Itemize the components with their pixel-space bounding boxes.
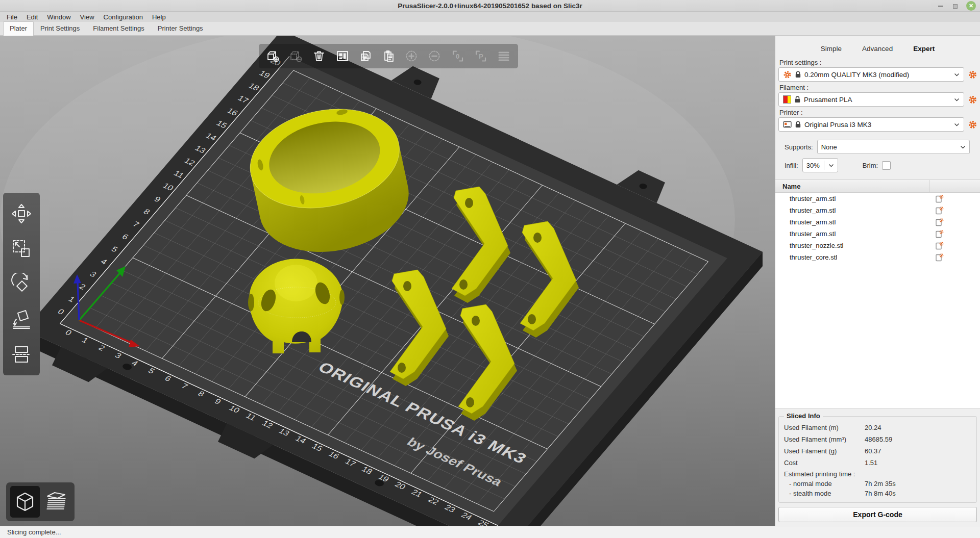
object-list-name-header: Name <box>775 180 929 192</box>
filament-label: Filament : <box>779 84 976 91</box>
menu-help[interactable]: Help <box>148 12 170 22</box>
delete-icon[interactable] <box>286 46 306 66</box>
chevron-down-icon <box>954 123 960 126</box>
scene-canvas[interactable]: 0123456789101112131415161718192021222324… <box>0 36 775 526</box>
normal-mode-value: 7h 2m 35s <box>865 480 896 488</box>
rotate-icon[interactable] <box>7 269 36 299</box>
lock-icon <box>795 71 801 78</box>
filament-color-swatch <box>783 95 791 104</box>
object-list: Name thruster_arm.stl thruster_arm.stl t… <box>775 180 980 409</box>
sliced-info-value: 48685.59 <box>865 435 892 443</box>
tab-bar: Plater Print Settings Filament Settings … <box>0 22 980 36</box>
object-row[interactable]: thruster_nozzle.stl <box>775 240 980 251</box>
3d-view-icon[interactable] <box>10 486 40 518</box>
filament-value: Prusament PLA <box>804 96 950 104</box>
scale-icon[interactable] <box>7 234 36 264</box>
sliced-info-label: Used Filament (m) <box>784 424 865 431</box>
layers-view-icon[interactable] <box>41 486 71 518</box>
menu-configuration[interactable]: Configuration <box>99 12 148 22</box>
svg-text:0: 0 <box>456 53 459 60</box>
infill-label: Infill: <box>778 162 802 169</box>
object-name: thruster_arm.stl <box>775 195 929 202</box>
window-controls: ✕ <box>938 0 976 12</box>
minimize-icon[interactable] <box>938 3 944 9</box>
add-icon[interactable] <box>263 46 283 66</box>
menu-view[interactable]: View <box>76 12 99 22</box>
layers-editing-icon[interactable] <box>494 46 514 66</box>
printer-label: Printer : <box>779 109 976 116</box>
supports-label: Supports: <box>778 143 817 151</box>
object-row[interactable]: thruster_arm.stl <box>775 193 980 204</box>
mode-tab-advanced[interactable]: Advanced <box>862 45 893 53</box>
object-settings-icon[interactable] <box>929 229 950 238</box>
printer-gear-button[interactable] <box>968 120 977 129</box>
sliced-info-label: Cost <box>784 459 865 467</box>
split-to-parts-icon[interactable]: P <box>471 46 491 66</box>
object-row[interactable]: thruster_arm.stl <box>775 204 980 216</box>
tab-printer-settings[interactable]: Printer Settings <box>151 21 210 35</box>
object-name: thruster_nozzle.stl <box>775 242 929 249</box>
side-panel: Simple Advanced Expert Print settings : … <box>775 36 980 526</box>
chevron-down-icon <box>828 164 834 167</box>
arrange-icon[interactable] <box>332 46 353 66</box>
chevron-down-icon <box>960 145 966 149</box>
printer-icon <box>783 121 792 129</box>
gizmo-toolbar <box>3 193 40 375</box>
status-text: Slicing complete... <box>7 528 61 536</box>
prusaslicer-window: PrusaSlicer-2.0.0+linux64-201905201652 b… <box>0 0 980 538</box>
print-settings-combo[interactable]: 0.20mm QUALITY MK3 (modified) <box>778 67 964 82</box>
export-gcode-button[interactable]: Export G-code <box>778 507 977 522</box>
print-settings-label: Print settings : <box>779 59 976 66</box>
tab-filament-settings[interactable]: Filament Settings <box>86 21 151 35</box>
print-settings-gear-button[interactable] <box>968 70 977 79</box>
window-title: PrusaSlicer-2.0.0+linux64-201905201652 b… <box>0 2 980 10</box>
mode-tab-expert[interactable]: Expert <box>913 45 935 53</box>
object-row[interactable]: thruster_arm.stl <box>775 228 980 240</box>
supports-combo[interactable]: None <box>817 140 970 154</box>
object-settings-icon[interactable] <box>929 206 950 215</box>
view-switch <box>6 482 75 521</box>
close-icon[interactable]: ✕ <box>966 1 976 11</box>
place-on-face-icon[interactable] <box>7 304 36 334</box>
menu-window[interactable]: Window <box>42 12 75 22</box>
maximize-icon[interactable] <box>952 3 958 9</box>
add-instance-icon[interactable] <box>401 46 422 66</box>
split-to-objects-icon[interactable]: 0 <box>448 46 468 66</box>
sliced-info-value: 60.37 <box>865 447 881 455</box>
object-row[interactable]: thruster_arm.stl <box>775 216 980 228</box>
3d-viewport[interactable]: 0123456789101112131415161718192021222324… <box>0 36 775 526</box>
object-name: thruster_arm.stl <box>775 207 929 214</box>
filament-combo[interactable]: Prusament PLA <box>778 92 964 107</box>
sliced-info-label: Used Filament (g) <box>784 447 865 455</box>
status-bar: Slicing complete... <box>0 526 980 538</box>
cut-icon[interactable] <box>7 340 36 369</box>
menu-edit[interactable]: Edit <box>22 12 42 22</box>
object-row[interactable]: thruster_core.stl <box>775 251 980 263</box>
printer-value: Original Prusa i3 MK3 <box>804 121 950 129</box>
filament-gear-button[interactable] <box>968 95 977 104</box>
infill-value: 30% <box>806 162 820 169</box>
remove-instance-icon[interactable] <box>424 46 445 66</box>
infill-combo[interactable]: 30% <box>802 158 838 172</box>
lock-icon <box>795 96 800 103</box>
object-settings-icon[interactable] <box>929 194 950 203</box>
tab-plater[interactable]: Plater <box>3 21 34 36</box>
menu-file[interactable]: File <box>2 12 22 22</box>
object-name: thruster_arm.stl <box>775 218 929 226</box>
object-settings-icon[interactable] <box>929 218 950 226</box>
delete-all-icon[interactable] <box>309 46 329 66</box>
object-settings-icon[interactable] <box>929 253 950 262</box>
supports-value: None <box>821 143 956 151</box>
brim-label: Brim: <box>856 162 882 169</box>
object-settings-icon[interactable] <box>929 241 950 250</box>
printer-combo[interactable]: Original Prusa i3 MK3 <box>778 117 964 132</box>
title-bar: PrusaSlicer-2.0.0+linux64-201905201652 b… <box>0 0 980 12</box>
mode-tab-simple[interactable]: Simple <box>821 45 842 53</box>
brim-checkbox[interactable] <box>882 161 891 170</box>
tab-print-settings[interactable]: Print Settings <box>34 21 86 35</box>
paste-icon[interactable] <box>378 46 399 66</box>
move-icon[interactable] <box>7 199 36 228</box>
copy-icon[interactable] <box>355 46 376 66</box>
sliced-info-title: Sliced Info <box>784 412 823 420</box>
sliced-info-box: Sliced Info Used Filament (m)20.24 Used … <box>778 416 977 503</box>
